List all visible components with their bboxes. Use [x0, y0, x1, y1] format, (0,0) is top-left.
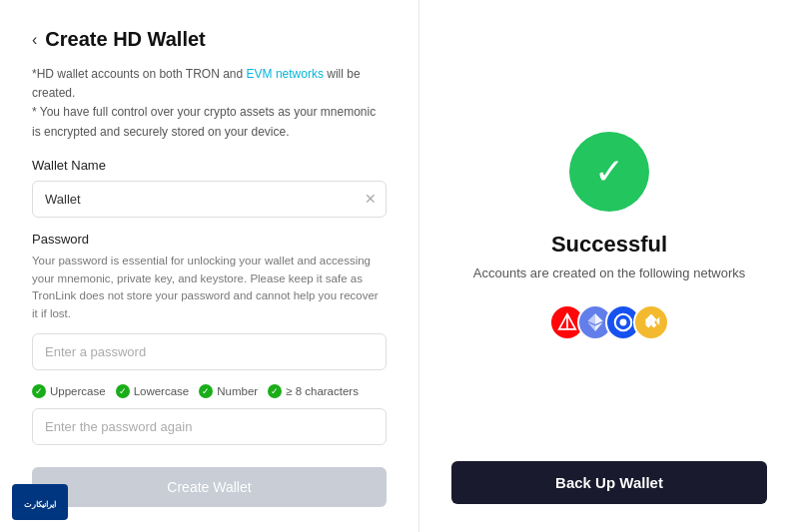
check-uppercase-label: Uppercase: [50, 385, 106, 397]
watermark-logo-svg: ایرانیکارت: [15, 487, 65, 517]
check-lowercase-icon: ✓: [116, 384, 130, 398]
check-length: ✓ ≥ 8 characters: [268, 384, 359, 398]
password-info-text: Your password is essential for unlocking…: [32, 253, 387, 323]
network-icon-bnb: [633, 304, 669, 340]
check-number-label: Number: [217, 385, 258, 397]
svg-marker-12: [657, 317, 660, 325]
back-title-row: ‹ Create HD Wallet: [32, 28, 387, 51]
svg-text:ایرانیکارت: ایرانیکارت: [24, 500, 56, 509]
password-wrapper: [32, 333, 387, 370]
success-check-icon: ✓: [594, 154, 624, 190]
svg-marker-4: [595, 313, 603, 324]
check-length-label: ≥ 8 characters: [286, 385, 359, 397]
check-number-icon: ✓: [199, 384, 213, 398]
svg-point-9: [620, 319, 627, 326]
success-subtitle: Accounts are created on the following ne…: [473, 266, 745, 280]
info-text-part1: *HD wallet accounts on both TRON and: [32, 67, 247, 81]
check-uppercase-icon: ✓: [32, 384, 46, 398]
watermark: ایرانیکارت: [12, 484, 68, 520]
info-text-part2: * You have full control over your crypto…: [32, 105, 376, 138]
back-arrow-icon[interactable]: ‹: [32, 31, 37, 49]
wallet-name-input[interactable]: [32, 181, 387, 218]
create-wallet-button[interactable]: Create Wallet: [32, 467, 387, 507]
password-label: Password: [32, 232, 387, 247]
password-input[interactable]: [32, 333, 387, 370]
success-circle: ✓: [569, 132, 649, 212]
password-checks: ✓ Uppercase ✓ Lowercase ✓ Number ✓ ≥ 8 c…: [32, 384, 387, 398]
app-container: ‹ Create HD Wallet *HD wallet accounts o…: [0, 0, 799, 532]
check-length-icon: ✓: [268, 384, 282, 398]
check-uppercase: ✓ Uppercase: [32, 384, 106, 398]
check-lowercase: ✓ Lowercase: [116, 384, 190, 398]
backup-wallet-button[interactable]: Back Up Wallet: [451, 461, 767, 504]
evm-networks-link[interactable]: EVM networks: [247, 67, 324, 81]
page-title: Create HD Wallet: [45, 28, 205, 51]
wallet-name-wrapper: ✕: [32, 181, 387, 218]
right-panel: ✓ Successful Accounts are created on the…: [419, 0, 799, 532]
network-icons: [549, 304, 669, 340]
wallet-name-clear-icon[interactable]: ✕: [365, 191, 377, 207]
watermark-logo: ایرانیکارت: [12, 484, 68, 520]
check-lowercase-label: Lowercase: [134, 385, 190, 397]
svg-marker-5: [587, 313, 595, 324]
password-again-input[interactable]: [32, 408, 387, 445]
info-text: *HD wallet accounts on both TRON and EVM…: [32, 65, 387, 142]
left-panel: ‹ Create HD Wallet *HD wallet accounts o…: [0, 0, 419, 532]
check-number: ✓ Number: [199, 384, 258, 398]
password-again-wrapper: [32, 408, 387, 445]
success-title: Successful: [551, 232, 667, 258]
svg-rect-16: [648, 320, 655, 324]
wallet-name-label: Wallet Name: [32, 158, 387, 173]
